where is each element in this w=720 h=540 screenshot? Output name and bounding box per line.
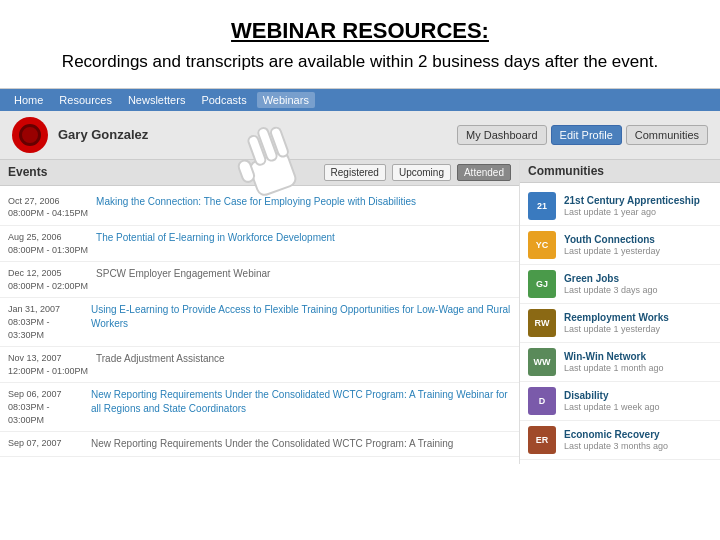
community-name: Green Jobs — [564, 272, 712, 285]
community-info: Youth ConnectionsLast update 1 yesterday — [564, 233, 712, 256]
community-info: DisabilityLast update 1 week ago — [564, 389, 712, 412]
events-panel-title: Events — [8, 165, 318, 179]
event-item: Oct 27, 2006 08:00PM - 04:15PMMaking the… — [0, 190, 519, 226]
event-item: Dec 12, 2005 08:00PM - 02:00PMSPCW Emplo… — [0, 262, 519, 298]
profile-tabs: My Dashboard Edit Profile Communities — [457, 125, 708, 145]
community-thumb: RW — [528, 309, 556, 337]
event-item: Nov 13, 2007 12:00PM - 01:00PMTrade Adju… — [0, 347, 519, 383]
community-item[interactable]: GJGreen JobsLast update 3 days ago — [520, 265, 720, 304]
event-date: Oct 27, 2006 08:00PM - 04:15PM — [8, 195, 88, 220]
header-subtitle: Recordings and transcripts are available… — [20, 50, 700, 74]
header-section: WEBINAR RESOURCES: Recordings and transc… — [0, 0, 720, 89]
tab-communities[interactable]: Communities — [626, 125, 708, 145]
community-name: 21st Century Apprenticeship — [564, 194, 712, 207]
events-panel-header: Events Registered Upcoming Attended — [0, 160, 519, 186]
community-item[interactable]: EREconomic RecoveryLast update 3 months … — [520, 421, 720, 460]
community-name: Win-Win Network — [564, 350, 712, 363]
community-update: Last update 1 week ago — [564, 402, 712, 412]
event-date: Nov 13, 2007 12:00PM - 01:00PM — [8, 352, 88, 377]
community-name: Reemployment Works — [564, 311, 712, 324]
community-info: Green JobsLast update 3 days ago — [564, 272, 712, 295]
communities-panel-header: Communities — [520, 160, 720, 183]
event-item: Sep 07, 2007New Reporting Requirements U… — [0, 432, 519, 457]
user-name: Gary Gonzalez — [58, 127, 457, 142]
event-date: Dec 12, 2005 08:00PM - 02:00PM — [8, 267, 88, 292]
community-name: Youth Connections — [564, 233, 712, 246]
community-update: Last update 1 yesterday — [564, 246, 712, 256]
event-title[interactable]: The Potential of E-learning in Workforce… — [96, 231, 335, 245]
community-thumb: YC — [528, 231, 556, 259]
nav-item-webinars[interactable]: Webinars — [257, 92, 315, 108]
community-item[interactable]: RWReemployment WorksLast update 1 yester… — [520, 304, 720, 343]
communities-panel-title: Communities — [528, 164, 712, 178]
event-list: Oct 27, 2006 08:00PM - 04:15PMMaking the… — [0, 186, 519, 461]
header-title: WEBINAR RESOURCES: — [20, 18, 700, 44]
event-title[interactable]: New Reporting Requirements Under the Con… — [91, 388, 511, 416]
event-date: Sep 06, 2007 08:03PM - 03:00PM — [8, 388, 83, 426]
communities-panel: Communities 2121st Century Apprenticeshi… — [520, 160, 720, 464]
event-title[interactable]: Making the Connection: The Case for Empl… — [96, 195, 416, 209]
community-name: Disability — [564, 389, 712, 402]
nav-item-home[interactable]: Home — [8, 92, 49, 108]
events-panel: Events Registered Upcoming Attended Oct … — [0, 160, 520, 464]
event-date: Jan 31, 2007 08:03PM - 03:30PM — [8, 303, 83, 341]
community-info: Reemployment WorksLast update 1 yesterda… — [564, 311, 712, 334]
tab-upcoming[interactable]: Upcoming — [392, 164, 451, 181]
nav-bar: HomeResourcesNewslettersPodcastsWebinars — [0, 89, 720, 111]
community-thumb: 21 — [528, 192, 556, 220]
community-thumb: D — [528, 387, 556, 415]
event-item: Jan 31, 2007 08:03PM - 03:30PMUsing E-Le… — [0, 298, 519, 347]
community-update: Last update 1 year ago — [564, 207, 712, 217]
event-item: Sep 06, 2007 08:03PM - 03:00PMNew Report… — [0, 383, 519, 432]
tab-edit-profile[interactable]: Edit Profile — [551, 125, 622, 145]
event-date: Aug 25, 2006 08:00PM - 01:30PM — [8, 231, 88, 256]
tab-my-dashboard[interactable]: My Dashboard — [457, 125, 547, 145]
tab-attended[interactable]: Attended — [457, 164, 511, 181]
community-item[interactable]: DDisabilityLast update 1 week ago — [520, 382, 720, 421]
avatar — [12, 117, 48, 153]
community-info: Economic RecoveryLast update 3 months ag… — [564, 428, 712, 451]
nav-item-newsletters[interactable]: Newsletters — [122, 92, 191, 108]
event-title[interactable]: New Reporting Requirements Under the Con… — [91, 437, 453, 451]
community-thumb: GJ — [528, 270, 556, 298]
community-update: Last update 3 days ago — [564, 285, 712, 295]
nav-item-podcasts[interactable]: Podcasts — [195, 92, 252, 108]
event-title[interactable]: Trade Adjustment Assistance — [96, 352, 225, 366]
community-update: Last update 1 month ago — [564, 363, 712, 373]
community-thumb: ER — [528, 426, 556, 454]
event-date: Sep 07, 2007 — [8, 437, 83, 450]
community-thumb: WW — [528, 348, 556, 376]
community-update: Last update 1 yesterday — [564, 324, 712, 334]
event-item: Aug 25, 2006 08:00PM - 01:30PMThe Potent… — [0, 226, 519, 262]
profile-bar: Gary Gonzalez My Dashboard Edit Profile … — [0, 111, 720, 160]
community-name: Economic Recovery — [564, 428, 712, 441]
community-item[interactable]: YCYouth ConnectionsLast update 1 yesterd… — [520, 226, 720, 265]
community-list: 2121st Century ApprenticeshipLast update… — [520, 183, 720, 464]
event-title[interactable]: SPCW Employer Engagement Webinar — [96, 267, 270, 281]
community-item[interactable]: 2121st Century ApprenticeshipLast update… — [520, 187, 720, 226]
community-info: Win-Win NetworkLast update 1 month ago — [564, 350, 712, 373]
community-info: 21st Century ApprenticeshipLast update 1… — [564, 194, 712, 217]
event-title[interactable]: Using E-Learning to Provide Access to Fl… — [91, 303, 511, 331]
community-item[interactable]: WWWin-Win NetworkLast update 1 month ago — [520, 343, 720, 382]
nav-item-resources[interactable]: Resources — [53, 92, 118, 108]
community-update: Last update 3 months ago — [564, 441, 712, 451]
tab-registered[interactable]: Registered — [324, 164, 386, 181]
content-area: Events Registered Upcoming Attended Oct … — [0, 160, 720, 464]
